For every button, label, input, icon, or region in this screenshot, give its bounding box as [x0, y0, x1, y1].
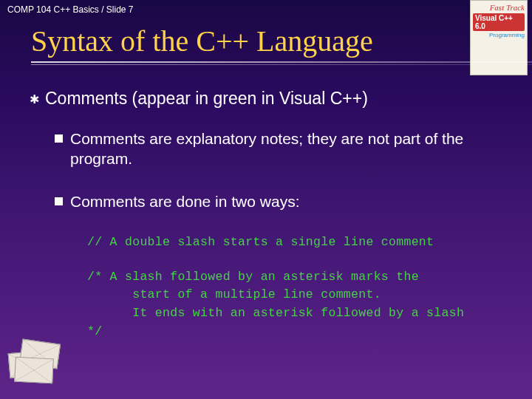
square-icon — [55, 197, 63, 205]
slide-title: Syntax of the C++ Language — [31, 24, 532, 58]
bullet-sub2-text: Comments are done in two ways: — [70, 191, 299, 211]
book-line1: Fast Track — [490, 3, 525, 12]
square-icon — [55, 134, 63, 143]
bullet-main: ✱ Comments (appear in green in Visual C+… — [30, 89, 502, 111]
bullet-sub2: Comments are done in two ways: — [55, 191, 502, 211]
star-icon: ✱ — [30, 89, 39, 111]
bullet-main-text: Comments (appear in green in Visual C++) — [45, 89, 368, 109]
code-single-comment: // A double slash starts a single line c… — [87, 233, 502, 252]
code-multi-comment: /* A slash followed by an asterisk marks… — [87, 268, 502, 341]
title-underline — [31, 61, 532, 63]
bullet-sub1-text: Comments are explanatory notes; they are… — [70, 129, 502, 169]
title-area: Syntax of the C++ Language — [0, 19, 532, 68]
breadcrumb: COMP 104 C++ Basics / Slide 7 — [7, 4, 134, 15]
title-underline-thin — [31, 64, 532, 65]
envelope-graphic — [6, 335, 64, 383]
bullet-sub1: Comments are explanatory notes; they are… — [55, 129, 502, 169]
slide-content: ✱ Comments (appear in green in Visual C+… — [0, 68, 532, 341]
envelope-icon — [14, 357, 54, 384]
breadcrumb-bar: COMP 104 C++ Basics / Slide 7 — [0, 0, 532, 19]
